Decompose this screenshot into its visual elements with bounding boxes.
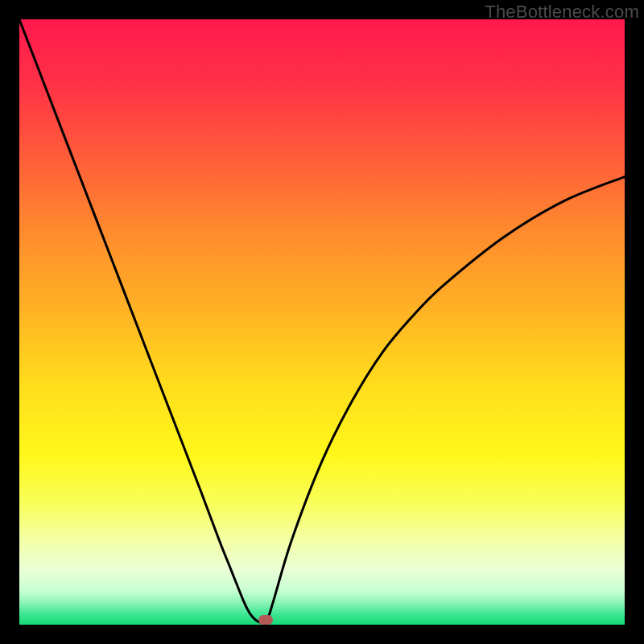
chart-background-gradient <box>19 19 625 625</box>
chart-plot <box>19 19 625 625</box>
optimal-point-marker <box>258 615 273 625</box>
chart-frame <box>19 19 625 625</box>
